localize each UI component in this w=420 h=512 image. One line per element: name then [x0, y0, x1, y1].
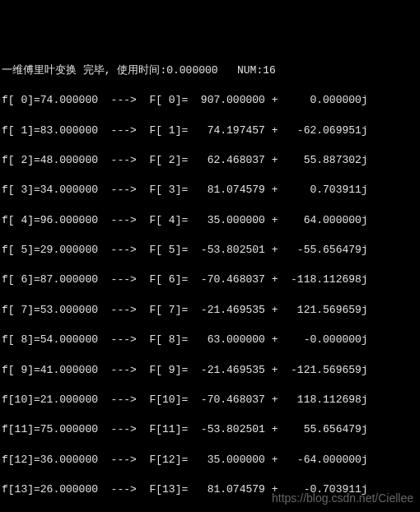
fft-row: f[12]=36.000000 ---> F[12]= 35.000000 + …	[2, 453, 420, 468]
fft-row: f[ 6]=87.000000 ---> F[ 6]= -70.468037 +…	[2, 272, 420, 287]
fft-row: f[ 3]=34.000000 ---> F[ 3]= 81.074579 + …	[2, 183, 420, 198]
watermark-text: https://blog.csdn.net/Ciellee	[272, 491, 413, 507]
fft-row: f[ 8]=54.000000 ---> F[ 8]= 63.000000 + …	[2, 333, 420, 347]
fft-row: f[ 9]=41.000000 ---> F[ 9]= -21.469535 +…	[2, 363, 420, 378]
fft-row: f[ 4]=96.000000 ---> F[ 4]= 35.000000 + …	[2, 213, 420, 228]
fft-row: f[ 1]=83.000000 ---> F[ 1]= 74.197457 + …	[2, 123, 420, 138]
fft-row: f[10]=21.000000 ---> F[10]= -70.468037 +…	[2, 393, 420, 407]
fft-row: f[11]=75.000000 ---> F[11]= -53.802501 +…	[2, 422, 420, 437]
fft-row: f[ 5]=29.000000 ---> F[ 5]= -53.802501 +…	[2, 243, 420, 258]
fft-row: f[ 7]=53.000000 ---> F[ 7]= -21.469535 +…	[2, 303, 420, 318]
fft-row: f[ 0]=74.000000 ---> F[ 0]= 907.000000 +…	[2, 93, 420, 108]
fft-row: f[ 2]=48.000000 ---> F[ 2]= 62.468037 + …	[2, 153, 420, 168]
fft-header: 一维傅里叶变换 完毕, 使用时间:0.000000 NUM:16	[2, 63, 420, 78]
